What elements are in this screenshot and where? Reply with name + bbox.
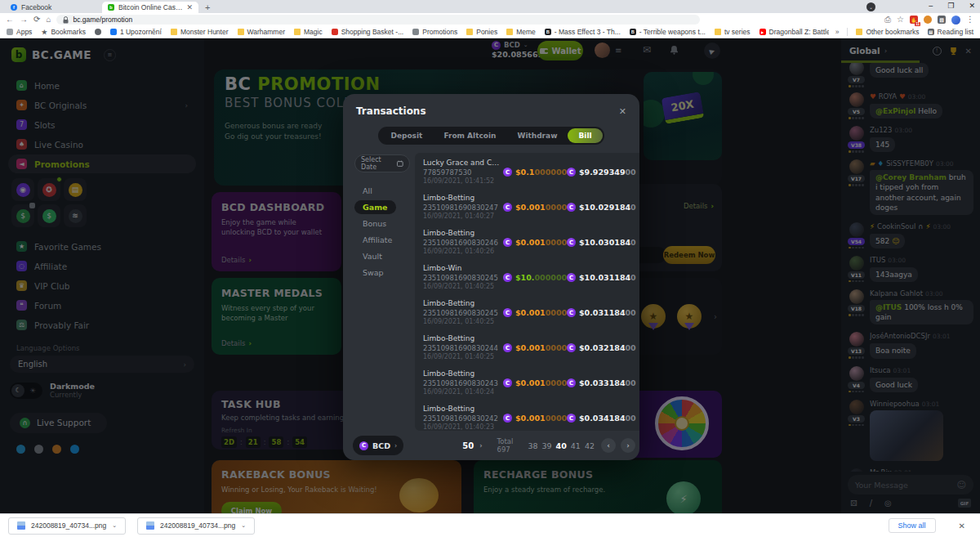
filter-bonus[interactable]: Bonus — [354, 217, 394, 230]
currency-selector[interactable]: C BCD › — [353, 436, 403, 455]
tab-bill[interactable]: Bill — [568, 128, 602, 143]
transaction-id: 23510981690830245 — [423, 274, 503, 283]
modal-close-icon[interactable]: ✕ — [619, 106, 626, 117]
cast-icon[interactable]: ⎙ — [884, 16, 891, 24]
chevron-right-icon: › — [394, 442, 397, 450]
browser-profile-avatar[interactable] — [951, 16, 960, 25]
address-bar: ← → ⟳ ⌂ bc.game/promotion ⎙ ☆ ✋11 ⚄ ⋮ — [0, 13, 980, 26]
transaction-name: Lucky Grace and Charm-B... — [423, 159, 503, 168]
b-app-icon: B — [545, 29, 551, 35]
facebook-favicon: f — [11, 4, 17, 11]
tab-deposit[interactable]: Deposit — [380, 128, 433, 143]
bookmark-label: Ponies — [476, 28, 497, 36]
download-item[interactable]: 242008819_40734...png⌄ — [137, 517, 255, 535]
tab-close-icon[interactable]: ✕ — [186, 3, 193, 11]
bookmark-item[interactable]: Apps — [7, 28, 32, 36]
maximize-button[interactable]: ❐ — [947, 2, 954, 10]
bookmark-item[interactable]: Magic — [294, 28, 323, 36]
url-field[interactable]: bc.game/promotion — [56, 15, 700, 25]
prev-page-button[interactable]: ‹ — [601, 438, 616, 453]
bookmark-item[interactable]: Monster Hunter — [171, 28, 229, 36]
other-bookmarks[interactable]: Other bookmarks — [856, 28, 919, 36]
filter-affiliate[interactable]: Affiliate — [354, 233, 400, 247]
home-icon[interactable]: ⌂ — [46, 16, 51, 24]
tab-from-altcoin[interactable]: From Altcoin — [433, 128, 506, 143]
download-items: 242008819_40734...png⌄242008819_40734...… — [8, 517, 255, 535]
balance-value: $10.0291840 — [579, 203, 636, 212]
extensions-puzzle-icon[interactable]: ⚄ — [938, 16, 946, 24]
bookmark-label: 1 Upozornění — [120, 28, 162, 36]
browser-chrome: fFacebookbBitcoin Online Casino Bonuses … — [0, 0, 980, 38]
bookmark-item[interactable]: Meme — [506, 28, 536, 36]
page-number[interactable]: 40 — [556, 441, 567, 450]
bookmark-star-icon[interactable]: ☆ — [897, 16, 904, 24]
amount-value: $0.00100000 — [515, 414, 572, 423]
filter-swap[interactable]: Swap — [354, 266, 392, 280]
bookmark-item[interactable]: tv series — [715, 28, 751, 36]
transaction-amount: C$0.00100000 — [503, 203, 567, 212]
download-caret-icon[interactable]: ⌄ — [112, 522, 117, 529]
calendar-icon — [397, 160, 403, 167]
bcd-coin-icon: C — [567, 203, 576, 212]
page-number[interactable]: 42 — [585, 441, 595, 450]
filter-all[interactable]: All — [354, 184, 381, 198]
page-number[interactable]: 39 — [541, 441, 551, 450]
transaction-amount: C$0.00100000 — [503, 343, 567, 352]
page-number[interactable]: 41 — [571, 441, 581, 450]
transaction-date: 16/09/2021, 01:40:26 — [423, 248, 503, 256]
adblock-badge: 11 — [915, 22, 920, 26]
bookmark-item[interactable]: 1 Upozornění — [110, 28, 162, 36]
amount-value: $0.00100000 — [515, 203, 572, 212]
balance-trailing-zeros: 0 — [630, 238, 636, 247]
download-item[interactable]: 242008819_40734...png⌄ — [8, 517, 126, 535]
bookmark-item[interactable]: B- Mass Effect 3 - Th... — [545, 28, 621, 36]
bookmark-item[interactable]: Shopping Basket -... — [332, 28, 404, 36]
tab-withdraw[interactable]: Withdraw — [506, 128, 568, 143]
reload-icon[interactable]: ⟳ — [33, 16, 40, 24]
tab-search-icon[interactable]: ⌄ — [866, 2, 875, 11]
balance-value: $0.03318400 — [579, 378, 636, 387]
show-all-downloads-button[interactable]: Show all — [889, 518, 936, 533]
bookmark-item[interactable] — [95, 29, 101, 35]
next-page-button[interactable]: › — [621, 438, 635, 453]
browser-menu-icon[interactable]: ⋮ — [966, 16, 974, 24]
bookmark-item[interactable]: Warhammer — [238, 28, 285, 36]
browser-tab[interactable]: bBitcoin Online Casino Bonuses a✕ — [102, 2, 198, 13]
tab-strip: fFacebookbBitcoin Online Casino Bonuses … — [0, 0, 980, 13]
filter-vault[interactable]: Vault — [354, 249, 390, 263]
browser-tab[interactable]: fFacebook — [5, 2, 101, 13]
new-tab-button[interactable]: + — [205, 2, 210, 12]
extension-icon[interactable] — [924, 16, 932, 24]
transaction-name: Limbo-Betting — [423, 405, 503, 414]
filter-game[interactable]: Game — [354, 200, 396, 214]
back-icon[interactable]: ← — [6, 16, 14, 24]
balance-value: $0.03418400 — [579, 414, 636, 423]
select-date-button[interactable]: Select Date — [354, 154, 410, 172]
minimize-button[interactable]: – — [929, 2, 933, 10]
bcgame-site: b BC.GAME ≡ ⌂Home✦BC Originals›7Slots♠Li… — [0, 38, 980, 513]
bookmark-item[interactable]: ★Bookmarks — [41, 28, 86, 36]
transaction-date: 16/09/2021, 01:40:25 — [423, 283, 503, 291]
amount-value: $0.00100000 — [515, 378, 572, 387]
transaction-row: Limbo-Betting2351098169083024416/09/2021… — [423, 330, 633, 365]
balance-trailing-zeros: 00 — [626, 414, 636, 423]
bookmark-item[interactable]: B- Terrible weapons t... — [630, 28, 706, 36]
page-size-selector[interactable]: 50› — [462, 441, 482, 450]
close-window-button[interactable]: ✕ — [969, 2, 975, 10]
bookmark-item[interactable]: Ponies — [466, 28, 497, 36]
folder-icon — [238, 29, 244, 35]
amount-value: $0.00100000 — [515, 308, 572, 317]
bookmark-item[interactable]: Promotions — [412, 28, 457, 36]
bookmark-item[interactable]: ▶Dragonball Z: Battle... — [760, 28, 829, 36]
download-caret-icon[interactable]: ⌄ — [241, 522, 246, 529]
bcd-coin-icon: C — [567, 238, 576, 247]
forward-icon[interactable]: → — [20, 16, 28, 24]
page-number[interactable]: 38 — [528, 441, 537, 450]
transaction-row: Lucky Grace and Charm-B...7785978753016/… — [423, 154, 633, 190]
downloads-close-icon[interactable]: ✕ — [959, 521, 965, 530]
transaction-id: 23510981690830247 — [423, 204, 503, 213]
page-numbers: 3839404142 — [528, 441, 595, 450]
reading-list[interactable]: ▤Reading list — [928, 28, 973, 36]
adblock-extension-icon[interactable]: ✋11 — [910, 16, 918, 24]
bookmarks-overflow-icon[interactable]: » — [835, 28, 840, 36]
